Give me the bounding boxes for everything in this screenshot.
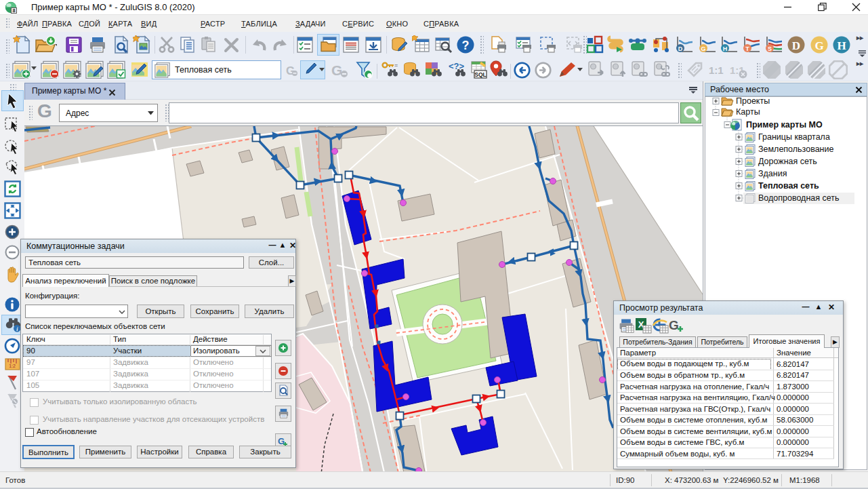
svg-text:G: G — [701, 45, 705, 52]
svg-text:D: D — [678, 45, 683, 52]
svg-text:G: G — [669, 318, 679, 332]
svg-text:8: 8 — [12, 7, 15, 14]
svg-text:G: G — [814, 39, 823, 52]
svg-text:?: ? — [462, 39, 470, 52]
svg-text:1:2: 1:2 — [9, 364, 16, 368]
svg-text:H: H — [837, 39, 846, 52]
svg-text:G: G — [331, 62, 342, 78]
svg-text:SQL: SQL — [474, 71, 486, 78]
svg-text:=: = — [394, 62, 398, 69]
svg-text:S: S — [768, 45, 772, 52]
svg-text:D: D — [792, 39, 800, 52]
svg-text:H: H — [723, 45, 728, 52]
svg-text:T: T — [745, 45, 749, 52]
